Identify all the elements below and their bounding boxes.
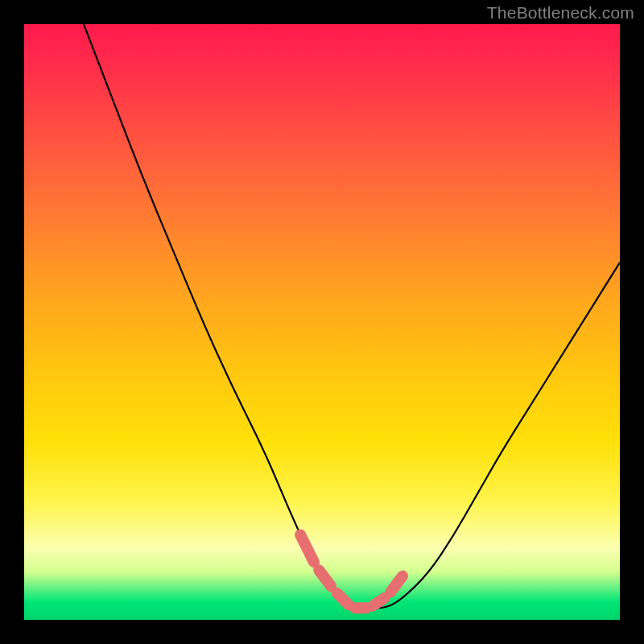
highlight-bead bbox=[300, 535, 314, 562]
watermark-text: TheBottleneck.com bbox=[487, 3, 634, 23]
chart-frame: TheBottleneck.com bbox=[0, 0, 644, 644]
highlight-bead bbox=[337, 593, 349, 605]
highlight-bead bbox=[319, 570, 331, 586]
bottleneck-curve bbox=[84, 24, 620, 608]
highlight-bead bbox=[373, 598, 384, 605]
plot-area bbox=[24, 24, 620, 620]
highlighted-minimum-segment bbox=[300, 535, 402, 608]
highlight-bead bbox=[390, 576, 402, 592]
chart-svg bbox=[24, 24, 620, 620]
